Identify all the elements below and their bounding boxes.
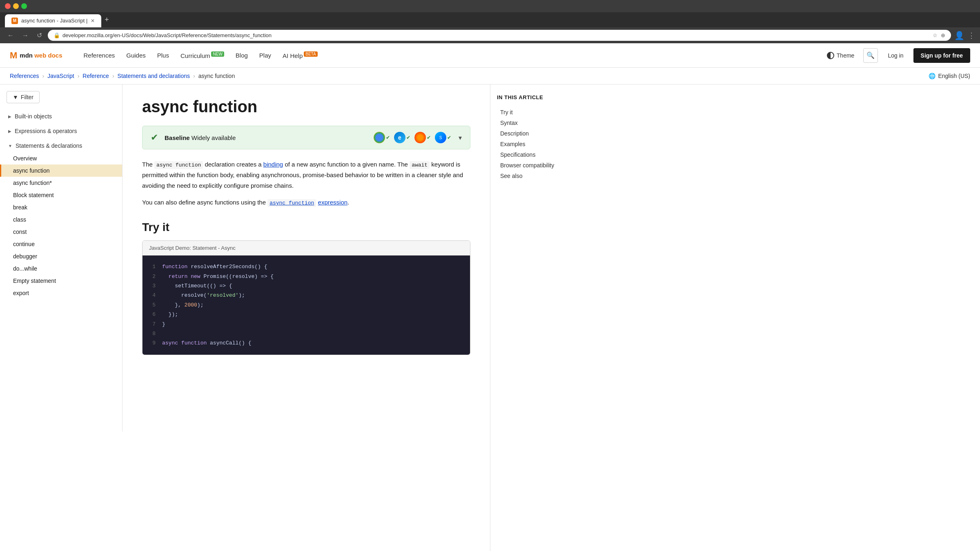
forward-button[interactable]: → <box>20 30 31 41</box>
header-right: Theme 🔍 Log in Sign up for free <box>823 48 970 63</box>
theme-button[interactable]: Theme <box>823 49 859 62</box>
edge-icon: e <box>394 132 405 143</box>
logo-icon: M <box>10 50 17 61</box>
toc-see-also[interactable]: See also <box>497 171 573 181</box>
tab-title: async function - JavaScript | <box>21 18 87 24</box>
sidebar-item-async-function[interactable]: async function <box>0 164 122 177</box>
main-nav: References Guides Plus CurriculumNEW Blo… <box>79 49 323 62</box>
new-tab-button[interactable]: + <box>101 12 112 27</box>
breadcrumb-statements[interactable]: Statements and declarations <box>118 73 190 79</box>
main-layout: ▼ Filter ▶ Built-in objects ▶ Expression… <box>0 84 980 551</box>
code-line-8: 8 <box>149 329 463 338</box>
sidebar-statements-label: Statements & declarations <box>16 142 82 149</box>
sidebar-item-debugger[interactable]: debugger <box>0 250 122 262</box>
sidebar-item-continue[interactable]: continue <box>0 238 122 250</box>
expand-arrow-builtin: ▶ <box>8 114 11 119</box>
mdn-logo[interactable]: M mdn web docs <box>10 50 62 61</box>
edge-icon-pair: e ✔ <box>394 132 410 143</box>
search-icon: 🔍 <box>866 51 875 59</box>
firefox-icon-pair: ✔ <box>414 132 431 143</box>
filter-label: Filter <box>21 94 33 100</box>
url-text: developer.mozilla.org/en-US/docs/Web/Jav… <box>62 32 272 38</box>
breadcrumb-references[interactable]: References <box>10 73 39 79</box>
code-line-3: 3 setTimeout(() => { <box>149 281 463 291</box>
intro-paragraph-1: The async function declaration creates a… <box>142 159 470 191</box>
filter-icon: ▼ <box>13 94 18 100</box>
sidebar-statements-header[interactable]: ▼ Statements & declarations <box>0 139 122 152</box>
profile-icon[interactable]: 👤 <box>954 31 964 40</box>
sidebar-expressions-header[interactable]: ▶ Expressions & operators <box>0 124 122 138</box>
nav-play[interactable]: Play <box>254 49 276 62</box>
sidebar-item-overview[interactable]: Overview <box>0 152 122 164</box>
nav-references[interactable]: References <box>79 49 120 62</box>
code-line-9: 9 async function asyncCall() { <box>149 338 463 348</box>
nav-plus[interactable]: Plus <box>152 49 174 62</box>
expression-link[interactable]: expression <box>318 199 348 206</box>
sidebar-section-statements: ▼ Statements & declarations Overview asy… <box>0 139 122 299</box>
toc-try-it[interactable]: Try it <box>497 107 573 118</box>
filter-button[interactable]: ▼ Filter <box>7 91 40 103</box>
sidebar-item-const[interactable]: const <box>0 226 122 238</box>
sidebar-statements-items: Overview async function async function* … <box>0 152 122 299</box>
firefox-check: ✔ <box>427 135 431 140</box>
sidebar-item-async-function-gen[interactable]: async function* <box>0 177 122 189</box>
sidebar-builtin-header[interactable]: ▶ Built-in objects <box>0 110 122 123</box>
sidebar-item-class[interactable]: class <box>0 213 122 226</box>
toc-examples[interactable]: Examples <box>497 139 573 149</box>
code-line-1: 1 function resolveAfter2Seconds() { <box>149 262 463 271</box>
back-button[interactable]: ← <box>5 30 16 41</box>
sidebar-section-builtin: ▶ Built-in objects <box>0 110 122 123</box>
breadcrumb-sep-3: › <box>112 73 114 79</box>
code-line-2: 2 return new Promise((resolve) => { <box>149 272 463 281</box>
sidebar: ▼ Filter ▶ Built-in objects ▶ Expression… <box>0 84 122 431</box>
sidebar-item-block[interactable]: Block statement <box>0 189 122 201</box>
breadcrumb-reference[interactable]: Reference <box>82 73 109 79</box>
nav-curriculum[interactable]: CurriculumNEW <box>176 49 229 62</box>
sidebar-builtin-label: Built-in objects <box>15 113 52 120</box>
sidebar-item-empty[interactable]: Empty statement <box>0 275 122 287</box>
tab-close-button[interactable]: ✕ <box>91 18 95 24</box>
baseline-check-icon: ✔ <box>151 132 158 143</box>
toc-specifications[interactable]: Specifications <box>497 149 573 160</box>
safari-icon-pair: S ✔ <box>435 132 451 143</box>
async-function-code: async function <box>154 161 203 169</box>
sidebar-item-break[interactable]: break <box>0 201 122 213</box>
safari-icon: S <box>435 132 446 143</box>
minimize-dot[interactable] <box>13 3 19 9</box>
nav-ai-help[interactable]: AI HelpBETA <box>278 49 323 62</box>
main-content: async function ✔ Baseline Widely availab… <box>122 84 490 431</box>
toc-panel: In this article Try it Syntax Descriptio… <box>490 84 580 551</box>
toc-syntax[interactable]: Syntax <box>497 118 573 128</box>
sidebar-item-export[interactable]: export <box>0 287 122 299</box>
menu-icon[interactable]: ⋮ <box>968 31 975 40</box>
refresh-button[interactable]: ↺ <box>34 30 45 41</box>
baseline-label: Baseline <box>165 134 190 141</box>
chrome-icon-pair: ✔ <box>374 132 390 143</box>
breadcrumb-sep-2: › <box>78 73 80 79</box>
extensions-icon[interactable]: ⊕ <box>941 32 945 38</box>
page-title: async function <box>142 98 470 116</box>
search-button[interactable]: 🔍 <box>863 48 878 63</box>
browser-tab[interactable]: M async function - JavaScript | ✕ <box>5 14 101 27</box>
login-button[interactable]: Log in <box>883 49 908 62</box>
code-demo-box: JavaScript Demo: Statement - Async 1 fun… <box>142 240 470 355</box>
async-function-expression-code[interactable]: async function <box>267 199 316 207</box>
nav-blog[interactable]: Blog <box>231 49 253 62</box>
baseline-expand-button[interactable]: ▾ <box>459 134 462 142</box>
lang-label: English (US) <box>938 73 970 79</box>
sidebar-item-dowhile[interactable]: do...while <box>0 262 122 275</box>
new-badge: NEW <box>211 51 224 57</box>
address-bar[interactable]: 🔒 developer.mozilla.org/en-US/docs/Web/J… <box>48 30 951 41</box>
binding-link[interactable]: binding <box>263 161 283 168</box>
code-line-5: 5 }, 2000); <box>149 300 463 310</box>
bookmark-icon[interactable]: ☆ <box>933 32 938 38</box>
close-dot[interactable] <box>5 3 11 9</box>
tab-favicon: M <box>11 18 18 24</box>
toc-description[interactable]: Description <box>497 128 573 139</box>
maximize-dot[interactable] <box>21 3 27 9</box>
nav-guides[interactable]: Guides <box>121 49 151 62</box>
toc-browser-compat[interactable]: Browser compatibility <box>497 160 573 171</box>
language-button[interactable]: 🌐 English (US) <box>929 73 970 79</box>
breadcrumb-javascript[interactable]: JavaScript <box>47 73 74 79</box>
signup-button[interactable]: Sign up for free <box>913 48 970 63</box>
